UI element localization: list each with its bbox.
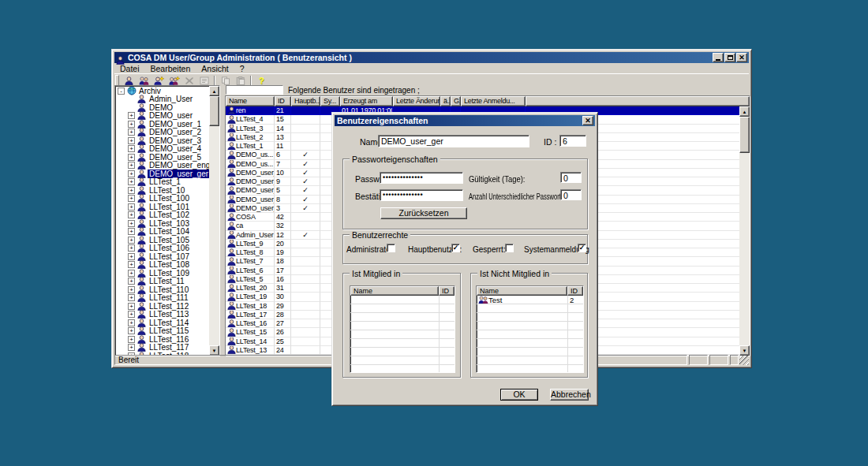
expand-icon[interactable]: + <box>128 211 135 218</box>
tree-item[interactable]: +DEMO_user_1 <box>115 120 209 129</box>
scroll-up-icon[interactable]: ▲ <box>739 106 750 117</box>
tree-item[interactable]: +DEMO_user_5 <box>115 153 209 162</box>
expand-icon[interactable]: + <box>128 327 135 334</box>
tree-item[interactable]: +DEMO_user_eng <box>115 162 209 170</box>
validity-input[interactable]: 0 <box>560 172 582 183</box>
expand-icon[interactable]: + <box>128 270 135 277</box>
menu-datei[interactable]: Datei <box>114 64 145 73</box>
tree-item[interactable]: +DEMO_user_ger <box>115 170 209 178</box>
expand-icon[interactable]: + <box>128 187 135 194</box>
password-input[interactable]: •••••••••••••• <box>380 172 463 184</box>
expand-icon[interactable]: + <box>128 162 135 169</box>
column-header[interactable]: Name <box>477 286 567 296</box>
id-input[interactable]: 6 <box>559 135 586 147</box>
tree-item[interactable]: +DEMO_user_4 <box>115 145 209 154</box>
expand-icon[interactable]: + <box>128 344 135 351</box>
expand-icon[interactable]: + <box>128 237 135 244</box>
reset-password-button[interactable]: Zurücksetzen <box>380 207 467 219</box>
dialog-close-button[interactable]: ✕ <box>582 116 593 125</box>
tree-item[interactable]: +LLTest_108 <box>115 261 209 270</box>
column-header[interactable]: G.. <box>451 96 461 106</box>
right-checkbox[interactable]: ✓ <box>451 244 460 252</box>
cancel-button[interactable]: Abbrechen <box>550 389 589 401</box>
close-button[interactable]: ✕ <box>736 53 747 62</box>
expand-icon[interactable]: + <box>128 253 135 260</box>
confirm-password-input[interactable]: •••••••••••••• <box>380 189 463 201</box>
expand-icon[interactable]: + <box>128 286 135 293</box>
tree-item[interactable]: +DEMO_user_3 <box>115 136 209 145</box>
column-header[interactable]: ä.. <box>440 96 451 106</box>
filter-box[interactable] <box>226 85 283 95</box>
tree-item[interactable]: +LLTest_106 <box>115 244 209 253</box>
list-scroll-track[interactable] <box>739 117 750 345</box>
tree-item[interactable]: +LLTest_103 <box>115 219 209 228</box>
column-header[interactable]: Hauptb... <box>291 96 320 106</box>
tree-scroll-track[interactable] <box>209 96 219 345</box>
tree-item[interactable]: +LLTest_1 <box>115 178 209 187</box>
right-checkbox[interactable]: ✓ <box>578 244 586 252</box>
menu-ansicht[interactable]: Ansicht <box>196 64 234 73</box>
expand-icon[interactable]: + <box>128 336 135 343</box>
group-row[interactable]: Test2 <box>477 296 583 304</box>
column-header[interactable]: Letzte Anmeldu... <box>461 96 526 106</box>
tree-item[interactable]: +DEMO_user_2 <box>115 129 209 137</box>
right-checkbox[interactable] <box>505 244 514 252</box>
maximize-button[interactable] <box>724 53 735 62</box>
tree-item[interactable]: DEMO <box>115 103 209 112</box>
expand-icon[interactable]: + <box>128 220 135 227</box>
expand-icon[interactable]: + <box>128 319 135 326</box>
tree-item[interactable]: +LLTest_117 <box>115 344 209 352</box>
tree-item[interactable]: +LLTest_107 <box>115 252 209 261</box>
list-scrollbar[interactable]: ▲ ▼ <box>739 106 750 356</box>
expand-icon[interactable]: + <box>128 154 135 161</box>
expand-icon[interactable]: + <box>128 178 135 185</box>
tree-item[interactable]: +LLTest_11 <box>115 278 209 286</box>
tree-item[interactable]: +LLTest_114 <box>115 319 209 327</box>
expand-icon[interactable]: + <box>128 112 135 119</box>
tree-item[interactable]: -Archiv <box>115 87 209 95</box>
column-header[interactable]: Name <box>226 96 275 106</box>
dialog-titlebar[interactable]: Benutzereigenschaften ✕ <box>335 115 595 126</box>
password-count-input[interactable]: 0 <box>560 189 582 200</box>
column-header[interactable]: ID <box>567 286 583 296</box>
expand-icon[interactable]: + <box>128 261 135 268</box>
tree-item[interactable]: +LLTest_111 <box>115 294 209 303</box>
column-header[interactable]: ID <box>439 286 455 296</box>
tree-scrollbar[interactable]: ▲ ▼ <box>209 86 219 356</box>
menu-help[interactable]: ? <box>234 64 250 73</box>
not-member-list[interactable]: NameIDTest2 <box>476 285 584 373</box>
ok-button[interactable]: OK <box>500 389 538 401</box>
expand-icon[interactable]: + <box>128 145 135 152</box>
expand-icon[interactable]: + <box>128 137 135 144</box>
expand-icon[interactable]: + <box>128 228 135 235</box>
expand-icon[interactable]: + <box>128 203 135 211</box>
expand-icon[interactable]: + <box>128 121 135 128</box>
menu-bearbeiten[interactable]: Bearbeiten <box>145 64 196 73</box>
column-header[interactable]: Sy... <box>320 96 340 106</box>
tree-item[interactable]: +LLTest_105 <box>115 236 209 244</box>
minimize-button[interactable] <box>713 53 724 62</box>
tree-item[interactable]: +LLTest_101 <box>115 203 209 211</box>
column-header[interactable]: ID <box>275 96 291 106</box>
column-header[interactable]: Erzeugt am <box>340 96 393 106</box>
expand-icon[interactable]: + <box>128 311 135 318</box>
tree-item[interactable]: +LLTest_104 <box>115 228 209 237</box>
collapse-icon[interactable]: - <box>118 88 125 95</box>
tree-item[interactable]: +DEMO_user <box>115 112 209 121</box>
tree-item[interactable]: +LLTest_10 <box>115 186 209 195</box>
tree-item[interactable]: +LLTest_113 <box>115 311 209 319</box>
member-list[interactable]: NameID <box>350 285 455 373</box>
tree-item[interactable]: +LLTest_100 <box>115 195 209 203</box>
expand-icon[interactable]: + <box>128 303 135 310</box>
expand-icon[interactable]: + <box>128 278 135 285</box>
tree-item[interactable]: +LLTest_110 <box>115 285 209 294</box>
expand-icon[interactable]: + <box>128 129 135 136</box>
tree-item[interactable]: +LLTest_102 <box>115 211 209 220</box>
right-checkbox[interactable] <box>387 244 395 252</box>
column-header[interactable]: Name <box>350 286 439 296</box>
main-titlebar[interactable]: COSA DM User/Group Administration ( Benu… <box>114 52 749 63</box>
tree-item[interactable]: +LLTest_116 <box>115 335 209 344</box>
name-input[interactable]: DEMO_user_ger <box>378 135 529 147</box>
tree-scroll-thumb[interactable] <box>209 96 219 126</box>
expand-icon[interactable]: + <box>128 294 135 301</box>
